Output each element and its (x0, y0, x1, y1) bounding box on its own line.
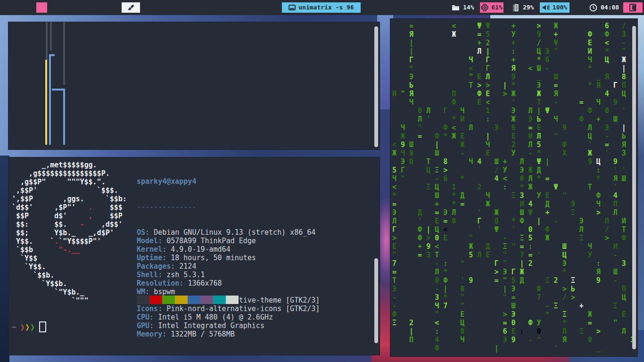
info-label: Shell (137, 271, 158, 279)
matrix-row: Ξ 2 < Ц =0 ФУ * = " (392, 319, 639, 327)
matrix-row: Ж = Ф*ЖЕ | Е ИЛ " Ц - Ь (392, 132, 639, 140)
matrix-row: Ф | ' _ (392, 344, 639, 353)
matrix-row: Э -| 0 |Э Ф >Ь П (392, 285, 639, 293)
matrix-row: | Л| : ЦЭ" И * " (392, 47, 639, 56)
info-value: 644x362 (188, 279, 222, 288)
debian-ascii-logo-accent: . , - . "-.__ (12, 161, 93, 296)
pipe-segment (45, 60, 47, 145)
info-value: 4.9.0-19-amd64 (171, 245, 230, 254)
terminal-window-unimatrix[interactable]: = < ΨΨ + > Ж 6 / Я Ж =5 У 9 + Ф Ф 3 | +2… (390, 19, 637, 356)
info-value: Intel i5 M 480 (4) @ 2.6GHz (158, 313, 273, 321)
matrix-row: <9Ш | Ж Ч 2 Л5 Ф ' = Я (392, 140, 639, 149)
speaker-icon (542, 4, 550, 11)
palette-swatch (188, 296, 200, 304)
info-line: Kernel: 4.9.0-19-amd64 (137, 245, 320, 254)
matrix-row: | : 0 6Е: 0 Л Ξ > Л (392, 327, 639, 336)
prompt-chevron: ❯ (25, 321, 30, 332)
system-info: sparky4@xappy4 -------------- OS: Debian… (137, 160, 320, 355)
matrix-row: Ч" -6 * 4< 0Л*= * ЯШ (392, 174, 639, 183)
info-value: Pink-nord-alternative-icons [GTK2/3] (166, 304, 320, 313)
matrix-row: Т 0Ф '9 ="5Д Ξ2 Ξ 9 - (392, 276, 639, 285)
memory-usage: 29% (523, 0, 534, 15)
matrix-row: Г Ф|Ц< ' Ψ ' 0 Ф Л / Т (392, 225, 639, 234)
disk-module[interactable]: 14% (452, 0, 474, 15)
info-value: 0578A99 ThinkPad Edge (166, 237, 256, 245)
cpu-module[interactable]: 61% (480, 2, 504, 13)
exit-button[interactable] (623, 2, 643, 13)
matrix-row: - 3* " "= 7 /> Ц (392, 293, 639, 302)
matrix-row: ЖЧ9 Ш - Е У -* Х Ж ' 3 (392, 149, 639, 157)
matrix-row: Л ' Е=0 Г 0 *Ф | - Э П И (392, 217, 639, 225)
matrix-row: 7 -: ^ Г" |2 Э : 3 (392, 259, 639, 268)
cwd: ~ (12, 322, 17, 332)
matrix-row: Ф " Е >Э * Ξ Ж Е (392, 310, 639, 319)
disk-usage: 14% (463, 0, 474, 15)
matrix-row: 0Л Г Ч 1 Э Л|Ψ Ф 0 ' (392, 107, 639, 115)
palette-swatch (226, 296, 239, 304)
window-title-text: unimatrix -s 96 (298, 0, 354, 15)
matrix-row: < ΞЦ 1 2 : *Ж Ψ Т ' (392, 183, 639, 191)
matrix-row: > Ф>0Е " - Ξ5 Ж Ξ > Ф (392, 234, 639, 242)
text-cursor[interactable] (39, 321, 46, 332)
matrix-row: Э Д =ЭЛ ' Ж ШΨ + Ξ > Л (392, 208, 639, 217)
matrix-row: = + *= Ж И4 Д 9 Ч П (392, 200, 639, 208)
info-label: Packages (137, 262, 171, 271)
separator: -------------- (137, 203, 320, 211)
matrix-row: = Л* >ЭГЖ * Я Ш (392, 268, 639, 276)
pipe-segment (49, 54, 51, 145)
paintbrush-icon (127, 4, 135, 11)
matrix-row: И"Я П ФЕ >Ж Ж Я 4 Ц (392, 90, 639, 98)
prompt-chevron: ❯ (20, 321, 25, 332)
terminal-window-pipes[interactable] (8, 22, 380, 149)
matrix-row: Ч " Ф< Л Э 6 =Е 9 Л Э | (392, 123, 639, 132)
info-line: GPU: Intel Integrated Graphics (137, 321, 320, 330)
memory-module[interactable]: 29% (513, 0, 534, 15)
info-line: WM: bspwm (137, 288, 320, 296)
info-label: Uptime (137, 254, 162, 262)
info-label: WM (137, 288, 145, 296)
pipe-segment (50, 22, 52, 50)
info-label: Memory (137, 330, 162, 338)
palette-swatch (137, 296, 149, 304)
scrollbar-thumb[interactable] (632, 26, 636, 349)
matrix-row: Ь Т>> |* Э = *Я ГП (392, 81, 639, 90)
terminal-color-palette (137, 296, 239, 304)
clock-icon (589, 4, 597, 12)
status-bar: unimatrix -s 96 14% 61% 29% 100% (0, 0, 644, 15)
info-value: 2124 (179, 262, 196, 271)
matrix-row: Э0 Т 8 Ч4 Ш+ Л Ψ| 9Ц 9 (392, 157, 639, 166)
info-value: Intel Integrated Graphics (158, 321, 264, 330)
workspace-indicator[interactable] (36, 2, 47, 13)
matrix-row: * < Г Я <Ш- * | (392, 64, 639, 73)
scrollbar-thumb[interactable] (374, 26, 378, 147)
cpu-icon (481, 4, 488, 11)
info-label: Kernel (137, 245, 162, 254)
info-line: Model: 0578A99 ThinkPad Edge (137, 237, 320, 245)
user-host: sparky4@xappy4 (137, 177, 320, 186)
info-value: Debian GNU/Linux 9.13 (stretch) x86_64 (154, 228, 315, 237)
wallpaper-city (0, 156, 9, 362)
ram-icon (513, 4, 520, 12)
matrix-row: = < ΨΨ + > Ж 6 / (392, 22, 639, 30)
info-label: Resolution (137, 279, 179, 288)
info-line: Uptime: 18 hours, 50 minutes (137, 254, 320, 262)
palette-swatch (175, 296, 188, 304)
scrollbar-thumb[interactable] (374, 258, 378, 343)
info-line: Resolution: 644x362 (137, 279, 320, 288)
matrix-row: Г Ч Г + *6 Ч Ц Ж (392, 56, 639, 64)
matrix-row: 5Г ЦΞ> /У ЭЖД : '' (392, 166, 639, 174)
prompt-chevron: ❯ (30, 321, 35, 332)
cpu-usage: 61% (491, 0, 502, 15)
matrix-row: * Ш *Д Ч Ξ3 УЕ " Ф 4 (392, 191, 639, 200)
info-label: Icons (137, 304, 158, 313)
volume-module[interactable]: 100% (540, 2, 570, 13)
matrix-row: " =3Т 5ЛЕ " 7=' Ц У - (392, 251, 639, 259)
palette-swatch (149, 296, 162, 304)
terminal-window-neofetch[interactable]: _,met$$$$$gg. ,g$$$$$$$$$$$$$$$P. ,g$$P"… (8, 157, 380, 355)
info-label: CPU (137, 313, 149, 321)
desktop: unimatrix -s 96 14% 61% 29% 100% (0, 0, 644, 362)
focused-window-title[interactable]: unimatrix -s 96 (282, 2, 361, 13)
info-line: Packages: 2124 (137, 262, 320, 271)
info-line: Memory: 1322MB / 5768MB (137, 330, 320, 338)
theme-button[interactable] (122, 2, 140, 13)
